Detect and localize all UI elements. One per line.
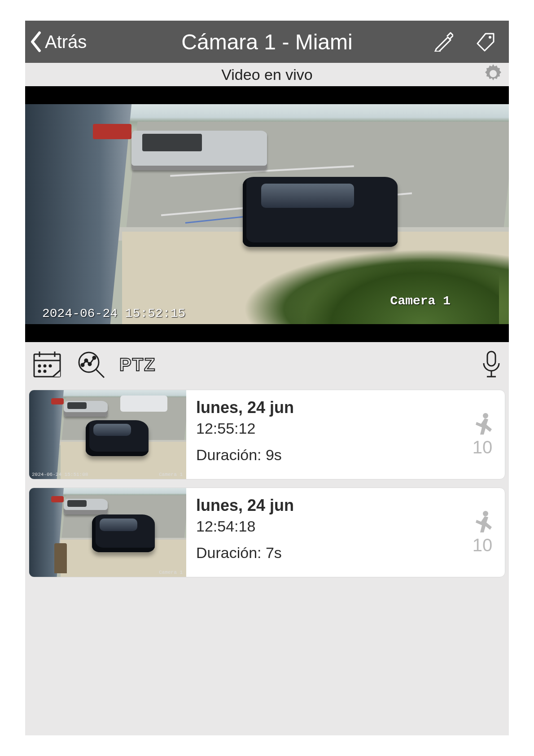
thumbnail-timestamp: 2024-06-24 15:51:08 [32,472,88,477]
analytics-search-icon [75,349,107,380]
svg-point-20 [483,413,488,418]
running-person-icon [472,510,493,533]
event-item[interactable]: Camera 1 lunes, 24 jun 12:54:18 Duración… [29,488,505,577]
svg-point-21 [483,511,488,516]
event-info: lunes, 24 jun 12:54:18 Duración: 7s [186,488,464,577]
event-duration: Duración: 9s [196,446,455,464]
gear-icon [483,63,503,84]
event-date: lunes, 24 jun [196,398,455,417]
event-time: 12:55:12 [196,420,455,437]
video-toolbar: PTZ [25,342,509,387]
svg-point-14 [85,359,88,362]
event-info: lunes, 24 jun 12:55:12 Duración: 9s [186,390,464,479]
back-button[interactable]: Atrás [25,21,87,63]
event-date: lunes, 24 jun [196,496,455,515]
event-thumbnail: 2024-06-24 15:51:08 Camera 1 [29,390,186,479]
tag-icon[interactable] [476,32,495,52]
event-time: 12:54:18 [196,518,455,535]
video-container[interactable]: 2024-06-24 15:52:15 Camera 1 [25,86,509,342]
microphone-button[interactable] [480,350,503,379]
svg-point-10 [44,370,46,372]
svg-line-12 [96,369,104,378]
live-video-feed: 2024-06-24 15:52:15 Camera 1 [25,104,509,324]
event-motion-badge: 10 [464,488,505,577]
event-list: 2024-06-24 15:51:08 Camera 1 lunes, 24 j… [25,390,509,735]
live-video-label: Video en vivo [221,66,313,84]
event-item[interactable]: 2024-06-24 15:51:08 Camera 1 lunes, 24 j… [29,390,505,479]
svg-point-13 [81,364,84,366]
video-camera-label: Camera 1 [390,294,451,308]
edit-icon[interactable] [433,32,453,52]
svg-point-16 [93,356,96,359]
header-bar: Atrás Cámara 1 - Miami [25,21,509,63]
camera-app: Atrás Cámara 1 - Miami Video en vivo [25,21,509,735]
chevron-left-icon [30,31,42,53]
svg-rect-17 [487,352,495,366]
svg-point-8 [49,365,51,367]
event-thumbnail: Camera 1 [29,488,186,577]
page-title: Cámara 1 - Miami [181,30,352,54]
settings-button[interactable] [483,63,503,86]
subheader: Video en vivo [25,63,509,86]
thumbnail-camera-label: Camera 1 [159,570,183,575]
event-count: 10 [473,535,493,555]
svg-point-6 [39,365,40,367]
svg-point-1 [489,36,491,39]
ptz-button[interactable]: PTZ [119,355,156,375]
running-person-icon [472,412,493,435]
event-count: 10 [473,437,493,457]
svg-point-15 [88,363,91,365]
svg-point-9 [39,370,40,372]
thumbnail-camera-label: Camera 1 [159,472,183,477]
analytics-search-button[interactable] [75,349,107,380]
back-label: Atrás [45,32,87,52]
video-timestamp: 2024-06-24 15:52:15 [42,307,185,321]
microphone-icon [480,350,503,379]
event-duration: Duración: 7s [196,544,455,562]
calendar-icon [31,349,63,380]
calendar-button[interactable] [31,349,63,380]
event-motion-badge: 10 [464,390,505,479]
svg-point-7 [44,365,46,367]
header-actions [433,32,509,52]
